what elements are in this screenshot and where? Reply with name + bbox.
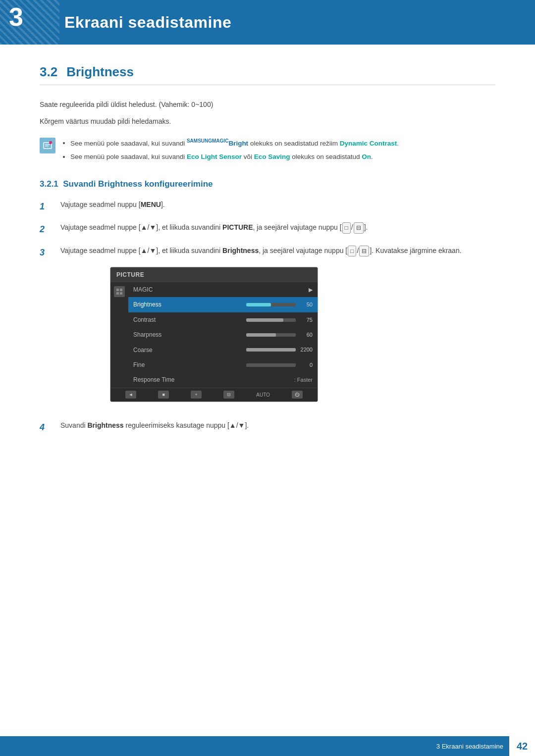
brightness-bar-fill (246, 303, 271, 306)
brightness-bar-bg (246, 303, 296, 306)
note-item-1: See menüü pole saadaval, kui suvandi SAM… (70, 137, 399, 150)
chapter-title: Ekraani seadistamine (64, 13, 231, 32)
page-header: 3 Ekraani seadistamine (0, 0, 535, 45)
footer-icon-power: ⏻ (292, 391, 303, 399)
step-text-1: Vajutage seadmel nuppu [MENU]. (60, 199, 495, 211)
svg-rect-4 (116, 289, 119, 291)
step-3: 3 Vajutage seadmel nuppe [▲/▼], et liiku… (40, 245, 495, 412)
menu-item-response: Response Time : Faster (128, 372, 318, 387)
key-symbol-3: □ (348, 246, 356, 256)
intro-text-2: Kõrgem väärtus muudab pildi heledamaks. (40, 116, 495, 128)
svg-rect-5 (120, 289, 122, 291)
coarse-bar-fill (246, 348, 296, 352)
response-menu-label: Response Time (133, 375, 174, 385)
step-number-3: 3 (40, 245, 52, 260)
sharpness-bar-bg (246, 333, 296, 337)
key-symbol-2: ⊟ (354, 222, 364, 233)
contrast-bar-bg (246, 318, 296, 322)
monitor-screenshot: PICTURE (110, 267, 318, 402)
footer-icon-stop: ■ (158, 391, 169, 399)
coarse-bar-row: 2200 (246, 345, 313, 354)
contrast-bar-fill (246, 318, 283, 322)
coarse-value: 2200 (299, 345, 313, 354)
dynamic-contrast-label: Dynamic Contrast (340, 139, 397, 147)
step-text-3: Vajutage seadmel nuppe [▲/▼], et liikuda… (60, 245, 495, 412)
sharpness-bar-row: 60 (246, 330, 313, 340)
menu-item-fine: Fine 0 (128, 357, 318, 372)
sharpness-value: 60 (299, 330, 313, 340)
sharpness-bar-fill (246, 333, 276, 337)
section-title: Brightness (66, 64, 134, 80)
menu-item-magic: MAGIC ▶ (128, 282, 318, 297)
intro-text-1: Saate reguleerida pildi üldist heledust.… (40, 99, 495, 111)
step-number-1: 1 (40, 199, 52, 214)
monitor-title: PICTURE (110, 267, 318, 282)
step-number-2: 2 (40, 222, 52, 237)
step-1: 1 Vajutage seadmel nuppu [MENU]. (40, 199, 495, 214)
key-symbol-4: ⊟ (359, 246, 369, 256)
coarse-menu-label: Coarse (133, 345, 153, 355)
step-text-4: Suvandi Brightness reguleerimiseks kasut… (60, 420, 495, 432)
step-number-4: 4 (40, 420, 52, 435)
on-label: On (362, 153, 371, 160)
response-value: : Faster (294, 375, 313, 385)
svg-rect-7 (120, 292, 122, 295)
coarse-bar-bg (246, 348, 296, 352)
magic-arrow: ▶ (309, 285, 313, 295)
section-heading: 3.2 Brightness (40, 64, 495, 85)
menu-item-brightness: Brightness 50 (128, 297, 318, 312)
brand-magic: MAGIC (212, 138, 228, 144)
key-symbol-1: □ (342, 222, 351, 233)
sharpness-menu-label: Sharpness (133, 330, 161, 340)
eco-light-sensor-label: Eco Light Sensor (187, 153, 242, 160)
subsection-heading: 3.2.1 Suvandi Brightness konfigureerimin… (40, 179, 495, 189)
note-item-2: See menüü pole saadaval, kui suvandi Eco… (70, 151, 399, 163)
section-number: 3.2 (40, 64, 57, 80)
footer-icon-enter: ⊟ (223, 391, 234, 399)
brand-samsung: SAMSUNG (187, 138, 212, 144)
step-2: 2 Vajutage seadmel nuppe [▲/▼], et liiku… (40, 222, 495, 237)
eco-saving-label: Eco Saving (254, 153, 290, 160)
brightness-label-step4: Brightness (87, 421, 123, 429)
menu-item-sharpness: Sharpness 60 (128, 327, 318, 342)
svg-point-3 (49, 141, 52, 144)
step-4: 4 Suvandi Brightness reguleerimiseks kas… (40, 420, 495, 435)
footer-page-number: 42 (509, 736, 535, 756)
page-footer: 3 Ekraani seadistamine 42 (0, 736, 535, 756)
sidebar-icon-1 (114, 286, 125, 297)
main-content: 3.2 Brightness Saate reguleerida pildi ü… (0, 45, 535, 482)
step-text-2: Vajutage seadmel nuppe [▲/▼], et liikuda… (60, 222, 495, 234)
footer-chapter-label: 3 Ekraani seadistamine (436, 743, 509, 750)
svg-rect-6 (116, 292, 119, 295)
brightness-menu-label: Brightness (133, 300, 161, 309)
fine-value: 0 (299, 360, 313, 370)
magic-label: MAGIC (133, 285, 153, 295)
note-block: See menüü pole saadaval, kui suvandi SAM… (40, 137, 495, 165)
monitor-sidebar (110, 282, 128, 388)
menu-key: MENU (141, 201, 161, 208)
chapter-number: 3 (9, 4, 23, 30)
monitor-body: MAGIC ▶ Brightness 50 (110, 282, 318, 388)
brightness-key: Brightness (222, 247, 259, 254)
subsection-title: Suvandi Brightness konfigureerimine (63, 179, 213, 189)
contrast-value: 75 (299, 315, 313, 325)
fine-bar-bg (246, 363, 296, 367)
picture-key: PICTURE (222, 223, 253, 231)
brightness-value: 50 (299, 300, 313, 309)
fine-menu-label: Fine (133, 360, 145, 370)
subsection-number: 3.2.1 (40, 179, 58, 189)
note-list: See menüü pole saadaval, kui suvandi SAM… (62, 137, 399, 165)
steps-list: 1 Vajutage seadmel nuppu [MENU]. 2 Vajut… (40, 199, 495, 435)
fine-bar-row: 0 (246, 360, 313, 370)
bright-label: Bright (228, 139, 248, 147)
note-icon (40, 138, 55, 153)
monitor-footer: ◄ ■ + ⊟ AUTO ⏻ (110, 388, 318, 402)
footer-auto-label: AUTO (256, 391, 270, 399)
menu-item-contrast: Contrast 75 (128, 312, 318, 327)
contrast-menu-label: Contrast (133, 315, 156, 325)
monitor-menu: MAGIC ▶ Brightness 50 (128, 282, 318, 388)
footer-icon-plus: + (191, 391, 202, 399)
footer-icon-back: ◄ (125, 391, 136, 399)
brightness-bar-row: 50 (246, 300, 313, 309)
contrast-bar-row: 75 (246, 315, 313, 325)
